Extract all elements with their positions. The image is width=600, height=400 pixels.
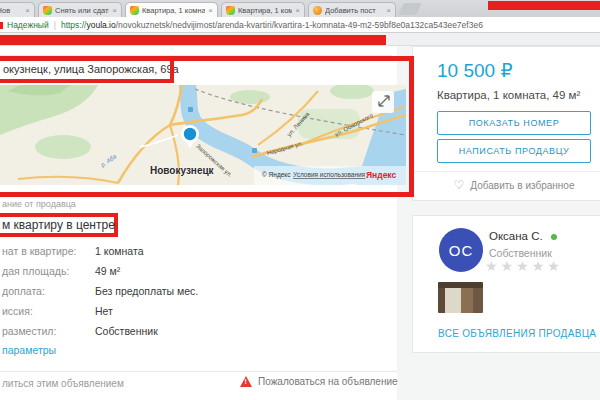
map-copyright: © Яндекс xyxy=(262,171,291,179)
divider xyxy=(413,171,600,172)
listing-address: окузнецк, улица Запорожская, 69а xyxy=(3,63,179,75)
tab-kvartira-49-active[interactable]: Квартира, 1 комната, 49 × xyxy=(125,2,218,17)
tab-label: Квартира, 1 комната, 49 xyxy=(142,6,205,15)
url-path: /novokuznetsk/nedvijimost/arenda-kvartir… xyxy=(116,20,483,30)
favorite-label: Добавить в избранное xyxy=(470,180,574,191)
divider xyxy=(0,371,397,372)
map-terms-link: Условия использования xyxy=(293,171,366,178)
param-label: иссия: xyxy=(2,305,33,317)
param-label: дая площадь: xyxy=(2,265,69,277)
page-url[interactable]: https://youla.io/novokuznetsk/nedvijimos… xyxy=(61,20,483,30)
listing-page: окузнецк, улица Запорожская, 69а xyxy=(0,46,600,400)
divider xyxy=(0,55,392,56)
tab-snyat-kvartiru[interactable]: Снять или сдать кварти × xyxy=(38,2,122,17)
redaction-fragment-left xyxy=(0,22,3,29)
security-badge[interactable]: Надежный xyxy=(7,20,49,30)
tab-close-icon[interactable]: × xyxy=(386,6,391,15)
seller-rating-stars: ★★★★★ xyxy=(485,258,563,274)
show-number-button[interactable]: ПОКАЗАТЬ НОМЕР xyxy=(437,111,591,135)
tab-label: Снять или сдать кварти xyxy=(55,6,109,15)
all-params-link[interactable]: параметры xyxy=(2,344,56,356)
youla-favicon-icon xyxy=(226,6,235,15)
online-status-dot xyxy=(551,234,557,240)
param-row: дая площадь: 49 м² xyxy=(2,265,397,277)
url-scheme: https:// xyxy=(61,20,87,30)
param-value: Собственник xyxy=(95,325,158,337)
map-city-label: Новокузнецк xyxy=(150,165,215,176)
map-expand-icon xyxy=(372,91,394,113)
param-row: иссия: Нет xyxy=(2,305,397,317)
tab-kvartira-3[interactable]: Квартира, 1 комната, 3 × xyxy=(221,2,305,17)
youla-favicon-icon xyxy=(130,6,139,15)
report-label: Пожаловаться на объявление xyxy=(258,376,398,387)
post-favicon-icon xyxy=(313,6,322,15)
tab-dobavit-post[interactable]: Добавить пост × xyxy=(308,2,396,17)
listing-subtitle: Квартира, 1 комната, 49 м² xyxy=(437,89,580,101)
address-bar[interactable]: Надежный | https://youla.io/novokuznetsk… xyxy=(0,17,600,33)
param-value: 49 м² xyxy=(95,265,120,277)
redaction-bar-top xyxy=(488,1,600,10)
youla-favicon-icon xyxy=(43,6,52,15)
param-label: разместил: xyxy=(2,325,56,337)
tab-newtab-partial[interactable]: — Нов × xyxy=(0,2,35,17)
param-row: разместил: Собственник xyxy=(2,325,397,337)
tab-label: — Нов xyxy=(0,6,22,15)
yandex-logo: Яндекс xyxy=(366,170,397,180)
param-value: Нет xyxy=(95,305,113,317)
map-canvas: Запорожская ул. Народная ул. ул. Ленина … xyxy=(0,85,406,185)
param-label: доплата: xyxy=(2,285,45,297)
seller-listing-thumbnail[interactable] xyxy=(438,282,483,313)
tab-close-icon[interactable]: × xyxy=(112,6,117,15)
map-stop-icon xyxy=(252,148,257,153)
redaction-bar-header xyxy=(0,35,386,45)
yandex-map[interactable]: Запорожская ул. Народная ул. ул. Ленина … xyxy=(0,85,406,185)
seller-card: ОС Оксана С. Собственник ★★★★★ ВСЕ ОБЪЯВ… xyxy=(412,215,600,353)
tab-label: Добавить пост xyxy=(325,6,383,15)
map-stop-icon xyxy=(188,107,193,112)
tab-close-icon[interactable]: × xyxy=(25,6,30,15)
write-seller-button[interactable]: НАПИСАТЬ ПРОДАВЦУ xyxy=(437,139,591,163)
report-warning-icon xyxy=(240,376,252,387)
seller-avatar: ОС xyxy=(439,228,483,272)
param-value: Без предоплаты мес. xyxy=(95,285,198,297)
browser-window: — Нов × Снять или сдать кварти × Квартир… xyxy=(0,0,600,400)
description-title: м квартиру в центре xyxy=(2,218,115,232)
param-row: нат в квартире: 1 комната xyxy=(2,245,397,257)
share-label: литься этим объявлением xyxy=(2,378,124,389)
tab-close-icon[interactable]: × xyxy=(295,6,300,15)
seller-name: Оксана С. xyxy=(489,230,543,242)
tab-label: Квартира, 1 комната, 3 xyxy=(238,6,292,15)
param-row: доплата: Без предоплаты мес. xyxy=(2,285,397,297)
new-tab-button[interactable] xyxy=(398,3,422,15)
heart-icon: ♡ xyxy=(454,178,465,192)
all-seller-ads-link[interactable]: ВСЕ ОБЪЯВЛЕНИЯ ПРОДАВЦА xyxy=(438,328,596,339)
tab-close-icon[interactable]: × xyxy=(208,6,213,15)
param-label: нат в квартире: xyxy=(2,245,76,257)
report-link[interactable]: Пожаловаться на объявление xyxy=(240,376,398,387)
listing-price: 10 500 ₽ xyxy=(437,59,512,82)
param-value: 1 комната xyxy=(95,245,143,257)
description-section-label: ание от продавца xyxy=(2,199,76,209)
price-card: 10 500 ₽ Квартира, 1 комната, 49 м² ПОКА… xyxy=(412,46,600,201)
tab-bar: — Нов × Снять или сдать кварти × Квартир… xyxy=(0,0,600,17)
add-favorite-button[interactable]: ♡ Добавить в избранное xyxy=(437,178,591,192)
url-separator: | xyxy=(54,20,56,30)
url-host: youla.io xyxy=(86,20,115,30)
